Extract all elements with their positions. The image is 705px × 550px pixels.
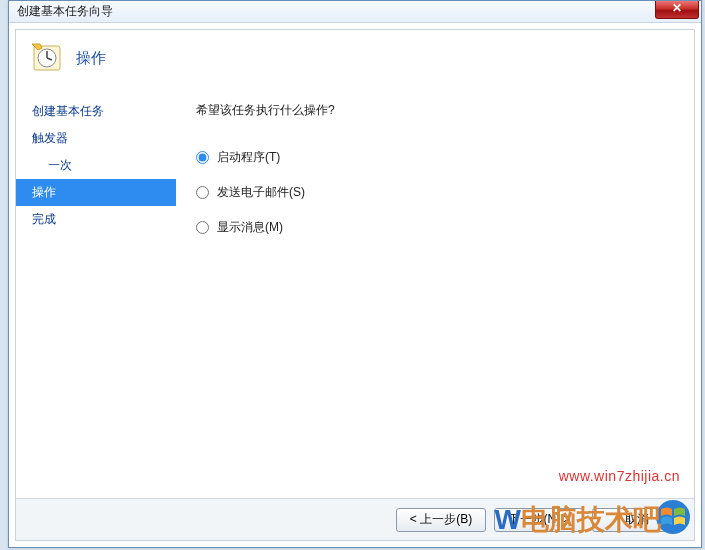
action-question: 希望该任务执行什么操作? <box>196 102 674 119</box>
radio-show-message[interactable] <box>196 221 209 234</box>
back-button[interactable]: < 上一步(B) <box>396 508 486 532</box>
step-finish[interactable]: 完成 <box>16 206 176 233</box>
wizard-steps-sidebar: 创建基本任务 触发器 一次 操作 完成 <box>16 92 176 498</box>
svg-point-5 <box>656 500 690 534</box>
wizard-body: 操作 创建基本任务 触发器 一次 操作 完成 希望该任务执行什么操作? 启动程序… <box>15 29 695 541</box>
step-trigger[interactable]: 触发器 <box>16 125 176 152</box>
option-send-email[interactable]: 发送电子邮件(S) <box>196 184 674 201</box>
option-start-program[interactable]: 启动程序(T) <box>196 149 674 166</box>
titlebar: 创建基本任务向导 ✕ <box>9 1 701 23</box>
step-action[interactable]: 操作 <box>16 179 176 206</box>
page-title: 操作 <box>76 49 106 68</box>
close-button[interactable]: ✕ <box>655 1 699 19</box>
wizard-header: 操作 <box>16 30 694 92</box>
clock-task-icon <box>32 42 64 74</box>
option-send-email-label: 发送电子邮件(S) <box>217 184 305 201</box>
watermark-url: www.win7zhijia.cn <box>559 468 680 484</box>
wizard-footer: < 上一步(B) 下一步(N) > 取消 <box>16 498 694 540</box>
wizard-window: 创建基本任务向导 ✕ 操作 创建基本任务 触发器 一次 操作 完 <box>8 0 702 548</box>
windows-logo-icon <box>655 499 691 535</box>
step-once[interactable]: 一次 <box>16 152 176 179</box>
radio-send-email[interactable] <box>196 186 209 199</box>
radio-start-program[interactable] <box>196 151 209 164</box>
window-title: 创建基本任务向导 <box>17 3 113 20</box>
next-button[interactable]: 下一步(N) > <box>494 508 584 532</box>
option-show-message[interactable]: 显示消息(M) <box>196 219 674 236</box>
wizard-content: 创建基本任务 触发器 一次 操作 完成 希望该任务执行什么操作? 启动程序(T)… <box>16 92 694 498</box>
option-show-message-label: 显示消息(M) <box>217 219 283 236</box>
option-start-program-label: 启动程序(T) <box>217 149 280 166</box>
wizard-main: 希望该任务执行什么操作? 启动程序(T) 发送电子邮件(S) 显示消息(M) <box>176 92 694 498</box>
svg-marker-4 <box>32 44 42 50</box>
step-create-task[interactable]: 创建基本任务 <box>16 98 176 125</box>
